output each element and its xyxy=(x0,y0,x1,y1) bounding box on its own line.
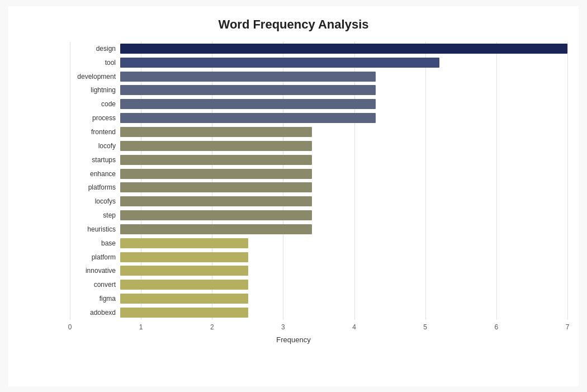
bar-label: platform xyxy=(70,253,120,261)
bar-track xyxy=(120,252,567,262)
bar-label: adobexd xyxy=(70,309,120,317)
bar-fill xyxy=(120,155,312,165)
bar-row: figma xyxy=(70,292,567,306)
bar-fill xyxy=(120,99,376,109)
bar-track xyxy=(120,58,567,68)
bar-track xyxy=(120,85,567,95)
bar-fill xyxy=(120,72,376,82)
x-tick-label: 2 xyxy=(210,323,214,331)
bar-fill xyxy=(120,210,312,220)
bar-row: process xyxy=(70,111,567,125)
bar-label: frontend xyxy=(70,128,120,136)
bar-fill xyxy=(120,196,312,206)
bar-row: heuristics xyxy=(70,222,567,236)
bar-label: figma xyxy=(70,295,120,303)
bar-row: lightning xyxy=(70,83,567,97)
bar-row: locofys xyxy=(70,195,567,209)
x-tick-label: 6 xyxy=(495,323,499,331)
bar-label: convert xyxy=(70,281,120,289)
bar-row: adobexd xyxy=(70,306,567,320)
x-axis-ticks: 01234567 xyxy=(70,323,567,334)
bar-label: step xyxy=(70,211,120,219)
bar-track xyxy=(120,72,567,82)
bar-row: code xyxy=(70,97,567,111)
bar-row: development xyxy=(70,69,567,83)
bar-fill xyxy=(120,58,439,68)
bar-fill xyxy=(120,280,248,290)
bar-track xyxy=(120,182,567,192)
bar-track xyxy=(120,238,567,248)
bar-row: platforms xyxy=(70,181,567,195)
bar-row: frontend xyxy=(70,125,567,139)
bar-fill xyxy=(120,224,312,234)
bar-label: startups xyxy=(70,156,120,164)
x-axis-label: Frequency xyxy=(20,336,567,344)
bar-fill xyxy=(120,127,312,137)
bar-fill xyxy=(120,308,248,318)
bar-row: platform xyxy=(70,250,567,264)
bar-track xyxy=(120,280,567,290)
bar-fill xyxy=(120,85,376,95)
bar-row: locofy xyxy=(70,139,567,153)
x-tick-label: 0 xyxy=(68,323,72,331)
bar-label: enhance xyxy=(70,170,120,178)
bar-track xyxy=(120,294,567,304)
bar-track xyxy=(120,224,567,234)
bar-row: step xyxy=(70,209,567,223)
x-tick-label: 3 xyxy=(281,323,285,331)
bar-track xyxy=(120,196,567,206)
bar-track xyxy=(120,44,567,54)
bar-label: locofy xyxy=(70,142,120,150)
bar-fill xyxy=(120,141,312,151)
bar-fill xyxy=(120,294,248,304)
bar-fill xyxy=(120,238,248,248)
bar-row: tool xyxy=(70,55,567,69)
bar-label: tool xyxy=(70,59,120,67)
bar-fill xyxy=(120,169,312,179)
bar-row: base xyxy=(70,236,567,250)
x-tick-label: 4 xyxy=(352,323,356,331)
bar-track xyxy=(120,169,567,179)
bar-row: convert xyxy=(70,278,567,292)
bar-row: startups xyxy=(70,153,567,167)
bar-fill xyxy=(120,113,376,123)
bar-track xyxy=(120,308,567,318)
bar-fill xyxy=(120,252,248,262)
bar-row: innovative xyxy=(70,264,567,278)
grid-line xyxy=(567,42,568,320)
bar-fill xyxy=(120,182,312,192)
bar-track xyxy=(120,99,567,109)
bar-track xyxy=(120,155,567,165)
bar-label: innovative xyxy=(70,267,120,275)
bar-label: code xyxy=(70,100,120,108)
x-tick-label: 7 xyxy=(566,323,570,331)
bar-track xyxy=(120,141,567,151)
bars-area: designtooldevelopmentlightningcodeproces… xyxy=(70,42,567,320)
bar-label: platforms xyxy=(70,183,120,191)
bar-label: base xyxy=(70,239,120,247)
bars-list: designtooldevelopmentlightningcodeproces… xyxy=(70,42,567,320)
x-axis-area: 01234567 Frequency xyxy=(70,323,567,344)
bar-label: locofys xyxy=(70,197,120,205)
bar-track xyxy=(120,127,567,137)
bar-label: design xyxy=(70,45,120,53)
bar-fill xyxy=(120,44,567,54)
bar-label: process xyxy=(70,114,120,122)
bar-label: lightning xyxy=(70,86,120,94)
x-tick-label: 5 xyxy=(423,323,427,331)
bar-row: design xyxy=(70,42,567,56)
bar-row: enhance xyxy=(70,167,567,181)
chart-title: Word Frequency Analysis xyxy=(20,17,567,32)
bar-label: development xyxy=(70,73,120,81)
bar-fill xyxy=(120,266,248,276)
bar-label: heuristics xyxy=(70,225,120,233)
bar-track xyxy=(120,113,567,123)
bar-track xyxy=(120,266,567,276)
chart-container: Word Frequency Analysis designtooldevelo… xyxy=(8,6,579,386)
bar-track xyxy=(120,210,567,220)
x-tick-label: 1 xyxy=(139,323,143,331)
